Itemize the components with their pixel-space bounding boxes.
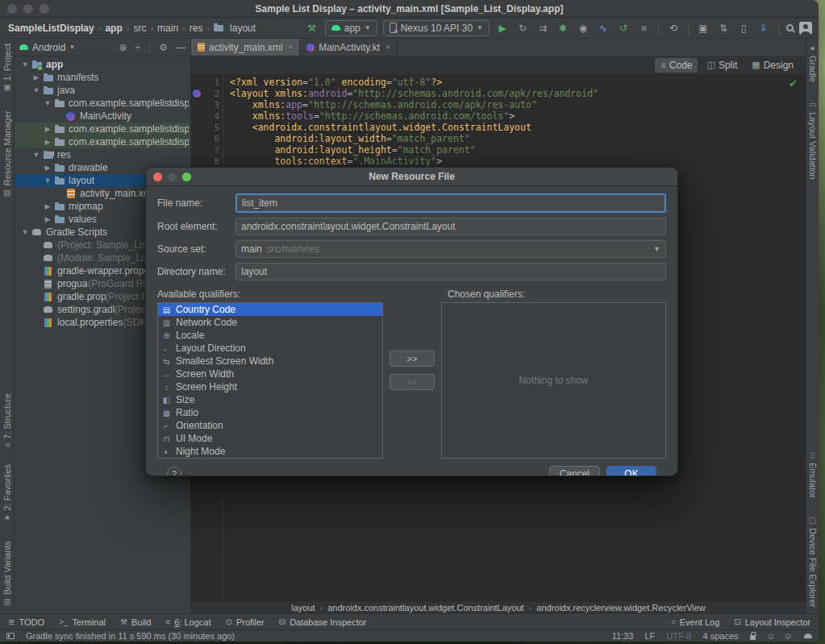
tool-window-button-layout-validation[interactable]: ▭Layout Validation xyxy=(808,100,818,180)
locate-file-icon[interactable]: ⊕ xyxy=(119,42,127,53)
tree-chevron-icon[interactable]: ▼ xyxy=(19,228,31,236)
tree-chevron-icon[interactable]: ▼ xyxy=(31,86,42,94)
qualifier-locale[interactable]: ⊕Locale xyxy=(158,329,382,342)
tool-window-button-project[interactable]: ▣1: Project xyxy=(2,44,12,93)
tree-chevron-icon[interactable]: ▶ xyxy=(42,125,53,133)
breadcrumb-item[interactable]: layout xyxy=(228,23,257,34)
tree-chevron-icon[interactable]: ▼ xyxy=(42,177,53,185)
tool-button-profiler[interactable]: ⊙Profiler xyxy=(226,617,265,627)
qualifier-screen-height[interactable]: ↕Screen Height xyxy=(158,380,382,393)
available-qualifiers-list[interactable]: ▤Country Code▥Network Code⊕Locale←Layout… xyxy=(157,302,383,459)
tab-mainactivity-kt[interactable]: MainActivity.kt× xyxy=(300,39,398,56)
attach-debugger-icon[interactable]: ◉ xyxy=(576,21,590,35)
mode-code[interactable]: ≡Code xyxy=(655,58,698,73)
tool-button-terminal[interactable]: >_Terminal xyxy=(59,617,106,627)
window-traffic-lights[interactable] xyxy=(7,4,49,14)
qualifier-size[interactable]: ◧Size xyxy=(158,393,382,406)
qualifier-country-code[interactable]: ▤Country Code xyxy=(158,303,382,316)
add-qualifier-button[interactable]: >> xyxy=(390,351,435,367)
profile-avatar[interactable] xyxy=(799,22,812,35)
droid-status-icon[interactable] xyxy=(804,634,812,638)
file-name-input[interactable] xyxy=(235,193,666,213)
face-status-icon-2[interactable]: ☺ xyxy=(784,631,793,641)
search-everywhere-icon[interactable] xyxy=(786,24,794,31)
tree-item-res[interactable]: ▼res xyxy=(15,148,190,161)
tool-button-layout-inspector[interactable]: ⊡Layout Inspector xyxy=(734,617,810,627)
qualifier-network-code[interactable]: ▥Network Code xyxy=(158,316,382,329)
gear-icon[interactable]: ⚙ xyxy=(159,42,168,53)
tree-item-com-example-samplelistdisplay[interactable]: ▶com.example.samplelistdisplay xyxy=(15,135,190,148)
cancel-button[interactable]: Cancel xyxy=(549,466,600,477)
qualifier-ratio[interactable]: ▦Ratio xyxy=(158,406,382,419)
qualifier-screen-width[interactable]: ↔Screen Width xyxy=(158,368,382,380)
tree-chevron-icon[interactable]: ▼ xyxy=(19,60,31,69)
source-set-select[interactable]: main src/main/res ▼ xyxy=(235,240,666,258)
tab-activity-main-xml[interactable]: activity_main.xml× xyxy=(191,39,300,56)
line-ending-indicator[interactable]: LF xyxy=(644,631,655,641)
tree-chevron-icon[interactable]: ▼ xyxy=(42,99,53,107)
tree-chevron-icon[interactable]: ▶ xyxy=(42,138,53,146)
tool-window-button-favorites[interactable]: ★2: Favorites xyxy=(2,464,12,522)
editor-breadcrumb-item[interactable]: androidx.constraintlayout.widget.Constra… xyxy=(327,603,523,613)
chosen-qualifiers-list[interactable]: Nothing to show xyxy=(441,302,666,459)
remove-qualifier-button[interactable]: << xyxy=(390,374,435,390)
root-element-input[interactable]: androidx.constraintlayout.widget.Constra… xyxy=(235,218,666,235)
breadcrumb-item[interactable]: main xyxy=(156,23,180,34)
activity-class-icon[interactable] xyxy=(193,89,201,98)
device-manager-icon[interactable]: ▯ xyxy=(736,21,751,35)
mode-design[interactable]: ▦Design xyxy=(746,58,799,73)
sync-gradle-icon[interactable]: ⟲ xyxy=(666,21,681,35)
breadcrumb-item[interactable]: src xyxy=(131,23,148,34)
tool-window-button-device-file-explorer[interactable]: ▢Device File Explorer xyxy=(808,516,818,607)
tree-item-mainactivity[interactable]: MainActivity xyxy=(15,110,190,123)
build-hammer-icon[interactable]: ⚒ xyxy=(305,21,319,35)
qualifier-orientation[interactable]: ⌐Orientation xyxy=(158,419,382,432)
indent-indicator[interactable]: 4 spaces xyxy=(703,631,739,641)
tree-item-app[interactable]: ▼app xyxy=(15,58,190,71)
rerun-tasks-icon[interactable]: ↺ xyxy=(616,21,631,35)
breadcrumb-item[interactable]: res xyxy=(188,23,205,34)
mode-split[interactable]: ◫Split xyxy=(701,58,743,73)
inspection-ok-icon[interactable]: ✔ xyxy=(789,77,798,89)
run-icon[interactable]: ▶ xyxy=(495,21,510,35)
stop-icon[interactable]: ■ xyxy=(636,21,651,35)
face-status-icon-1[interactable]: ☺ xyxy=(767,631,776,641)
tree-chevron-icon[interactable]: ▶ xyxy=(31,73,42,81)
tree-chevron-icon[interactable]: ▼ xyxy=(31,151,42,159)
debug-icon[interactable]: ✱ xyxy=(556,21,570,35)
minimize-window-icon[interactable] xyxy=(23,4,33,14)
toggle-tool-windows-icon[interactable] xyxy=(6,633,15,639)
tool-window-button-build-variants[interactable]: ▥Build Variants xyxy=(2,541,12,607)
breadcrumb-item[interactable]: app xyxy=(103,23,123,34)
qualifier-night-mode[interactable]: ◐Night Mode xyxy=(158,445,382,458)
tool-button-todo[interactable]: ≣TODO xyxy=(8,617,44,627)
qualifier-smallest-screen-width[interactable]: ⇆Smallest Screen Width xyxy=(158,355,382,368)
project-structure-icon[interactable]: ⇩ xyxy=(756,21,771,35)
tree-item-com-example-samplelistdisplay[interactable]: ▶com.example.samplelistdisplay xyxy=(15,123,190,135)
chevron-down-icon[interactable]: ▼ xyxy=(69,44,75,51)
avd-manager-icon[interactable]: ▣ xyxy=(696,21,710,35)
tool-button-database-inspector[interactable]: ⛁Database Inspector xyxy=(279,617,367,627)
tool-window-button-structure[interactable]: ≡7: Structure xyxy=(2,393,12,447)
editor-breadcrumb-item[interactable]: layout xyxy=(291,603,315,613)
apply-changes-icon[interactable]: ↻ xyxy=(515,21,530,35)
tool-button-event-log[interactable]: ○Event Log xyxy=(671,617,720,627)
tool-window-button-gradle[interactable]: ●Gradle xyxy=(808,44,818,82)
close-icon[interactable]: × xyxy=(288,43,293,52)
tool-window-button-resource-manager[interactable]: ▨Resource Manager xyxy=(2,110,12,198)
collapse-all-icon[interactable]: ÷ xyxy=(135,42,141,53)
help-button[interactable]: ? xyxy=(167,467,181,476)
tree-item-com-example-samplelistdisplay[interactable]: ▼com.example.samplelistdisplay xyxy=(15,97,190,110)
run-configuration-select[interactable]: app ▼ xyxy=(325,20,377,36)
read-lock-icon[interactable] xyxy=(750,635,756,640)
tree-chevron-icon[interactable]: ▶ xyxy=(42,164,53,172)
tool-window-button-emulator[interactable]: ▯Emulator xyxy=(808,451,818,498)
tree-item-manifests[interactable]: ▶manifests xyxy=(15,71,190,84)
editor-breadcrumb-item[interactable]: androidx.recyclerview.widget.RecyclerVie… xyxy=(536,603,706,613)
tree-chevron-icon[interactable]: ▶ xyxy=(42,215,53,223)
qualifier-layout-direction[interactable]: ←Layout Direction xyxy=(158,342,382,355)
breadcrumb-item[interactable]: SampleListDisplay xyxy=(6,23,96,34)
tool-button-logcat[interactable]: ≡6: Logcat xyxy=(165,617,210,627)
tree-item-java[interactable]: ▼java xyxy=(15,84,190,97)
directory-name-input[interactable]: layout xyxy=(235,263,666,280)
